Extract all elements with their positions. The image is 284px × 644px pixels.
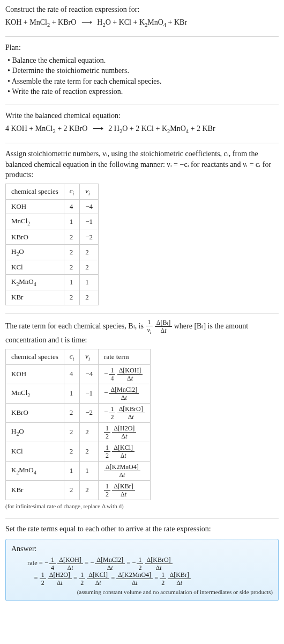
balanced-title: Write the balanced chemical equation: bbox=[5, 111, 279, 121]
cell-c: 1 bbox=[64, 275, 80, 290]
cell-c: 2 bbox=[64, 422, 80, 442]
balanced-section: Write the balanced chemical equation: 4 … bbox=[5, 111, 279, 135]
divider bbox=[5, 143, 279, 143]
table-row: KCl22 bbox=[6, 260, 99, 274]
cell-v: 2 bbox=[80, 260, 99, 274]
plan-title: Plan: bbox=[5, 42, 279, 53]
rateterm-note: (for infinitesimal rate of change, repla… bbox=[5, 502, 279, 510]
cell-v: 2 bbox=[80, 422, 99, 442]
col-species: chemical species bbox=[6, 349, 64, 364]
cell-species: MnCl2 bbox=[6, 214, 64, 230]
col-ci: ci bbox=[64, 184, 80, 199]
cell-v: −1 bbox=[80, 214, 99, 230]
cell-species: KCl bbox=[6, 260, 64, 274]
cell-species: KOH bbox=[6, 364, 64, 384]
balanced-equation: 4 KOH + MnCl2 + 2 KBrO ⟶ 2 H2O + 2 KCl +… bbox=[5, 123, 279, 135]
cell-v: −4 bbox=[80, 364, 99, 384]
cell-c: 1 bbox=[64, 461, 80, 480]
cell-c: 2 bbox=[64, 290, 80, 305]
plan-list: Balance the chemical equation. Determine… bbox=[5, 55, 279, 97]
cell-rate: Δ[K2MnO4]Δt bbox=[99, 461, 151, 480]
plan-item: Write the rate of reaction expression. bbox=[8, 86, 279, 97]
generic-coef: 1νi bbox=[146, 319, 153, 335]
plan-section: Plan: Balance the chemical equation. Det… bbox=[5, 42, 279, 97]
cell-species: H2O bbox=[6, 244, 64, 260]
cell-species: H2O bbox=[6, 422, 64, 442]
cell-c: 1 bbox=[64, 214, 80, 230]
generic-rate: Δ[Bi]Δt bbox=[155, 319, 172, 334]
cell-v: 1 bbox=[80, 275, 99, 290]
cell-species: K2MnO4 bbox=[6, 275, 64, 290]
plan-item: Balance the chemical equation. bbox=[8, 55, 279, 66]
col-species: chemical species bbox=[6, 184, 64, 199]
cell-v: −4 bbox=[80, 200, 99, 214]
table-row: KOH 4 −4 −14 Δ[KOH]Δt bbox=[6, 364, 151, 384]
rateterm-section: The rate term for each chemical species,… bbox=[5, 319, 279, 511]
cell-c: 1 bbox=[64, 384, 80, 403]
cell-rate: 12 Δ[H2O]Δt bbox=[99, 422, 151, 442]
col-vi: νi bbox=[80, 349, 99, 364]
table-row: KBrO 2 −2 −12 Δ[KBrO]Δt bbox=[6, 403, 151, 422]
table-row: MnCl21−1 bbox=[6, 214, 99, 230]
cell-species: KBr bbox=[6, 290, 64, 305]
answer-note: (assuming constant volume and no accumul… bbox=[11, 588, 273, 596]
cell-rate: 12 Δ[KBr]Δt bbox=[99, 480, 151, 500]
table-row: K2MnO411 bbox=[6, 275, 99, 290]
cell-c: 2 bbox=[64, 480, 80, 500]
col-rate: rate term bbox=[99, 349, 151, 364]
cell-species: KCl bbox=[6, 442, 64, 461]
cell-v: 2 bbox=[80, 244, 99, 260]
table-row: H2O 2 2 12 Δ[H2O]Δt bbox=[6, 422, 151, 442]
table-row: KBrO2−2 bbox=[6, 230, 99, 244]
final-title: Set the rate terms equal to each other t… bbox=[5, 524, 279, 535]
cell-rate: −14 Δ[KOH]Δt bbox=[99, 364, 151, 384]
cell-v: −2 bbox=[80, 230, 99, 244]
cell-v: 1 bbox=[80, 461, 99, 480]
stoich-table: chemical species ci νi KOH4−4 MnCl21−1 K… bbox=[5, 184, 99, 305]
cell-v: 2 bbox=[80, 480, 99, 500]
divider bbox=[5, 313, 279, 313]
cell-species: KBrO bbox=[6, 230, 64, 244]
answer-equation: rate = −14 Δ[KOH]Δt = −Δ[MnCl2]Δt = −12 … bbox=[11, 556, 273, 586]
table-row: H2O22 bbox=[6, 244, 99, 260]
unbalanced-equation: KOH + MnCl2 + KBrO ⟶ H2O + KCl + K2MnO4 … bbox=[5, 17, 279, 29]
problem-statement: Construct the rate of reaction expressio… bbox=[5, 4, 279, 29]
cell-v: 2 bbox=[80, 290, 99, 305]
rateterm-table: chemical species ci νi rate term KOH 4 −… bbox=[5, 349, 151, 500]
divider bbox=[5, 105, 279, 105]
plan-item: Assemble the rate term for each chemical… bbox=[8, 76, 279, 87]
plan-item: Determine the stoichiometric numbers. bbox=[8, 65, 279, 76]
col-ci: ci bbox=[64, 349, 80, 364]
cell-c: 4 bbox=[64, 364, 80, 384]
cell-c: 2 bbox=[64, 403, 80, 422]
col-vi: νi bbox=[80, 184, 99, 199]
divider bbox=[5, 36, 279, 37]
cell-species: MnCl2 bbox=[6, 384, 64, 403]
cell-c: 2 bbox=[64, 260, 80, 274]
divider bbox=[5, 518, 279, 518]
final-section: Set the rate terms equal to each other t… bbox=[5, 524, 279, 601]
stoich-section: Assign stoichiometric numbers, νᵢ, using… bbox=[5, 149, 279, 305]
cell-species: KOH bbox=[6, 200, 64, 214]
cell-rate: −Δ[MnCl2]Δt bbox=[99, 384, 151, 403]
table-row: KOH4−4 bbox=[6, 200, 99, 214]
answer-label: Answer: bbox=[11, 544, 273, 554]
cell-species: K2MnO4 bbox=[6, 461, 64, 480]
table-row: KBr 2 2 12 Δ[KBr]Δt bbox=[6, 480, 151, 500]
cell-c: 2 bbox=[64, 230, 80, 244]
table-row: MnCl2 1 −1 −Δ[MnCl2]Δt bbox=[6, 384, 151, 403]
cell-c: 2 bbox=[64, 442, 80, 461]
table-row: KBr22 bbox=[6, 290, 99, 305]
problem-title: Construct the rate of reaction expressio… bbox=[5, 4, 279, 15]
cell-c: 2 bbox=[64, 244, 80, 260]
stoich-intro: Assign stoichiometric numbers, νᵢ, using… bbox=[5, 149, 279, 180]
answer-box: Answer: rate = −14 Δ[KOH]Δt = −Δ[MnCl2]Δ… bbox=[5, 539, 279, 601]
table-header-row: chemical species ci νi rate term bbox=[6, 349, 151, 364]
cell-c: 4 bbox=[64, 200, 80, 214]
table-header-row: chemical species ci νi bbox=[6, 184, 99, 199]
cell-v: −1 bbox=[80, 384, 99, 403]
cell-rate: −12 Δ[KBrO]Δt bbox=[99, 403, 151, 422]
cell-rate: 12 Δ[KCl]Δt bbox=[99, 442, 151, 461]
table-row: K2MnO4 1 1 Δ[K2MnO4]Δt bbox=[6, 461, 151, 480]
cell-species: KBr bbox=[6, 480, 64, 500]
